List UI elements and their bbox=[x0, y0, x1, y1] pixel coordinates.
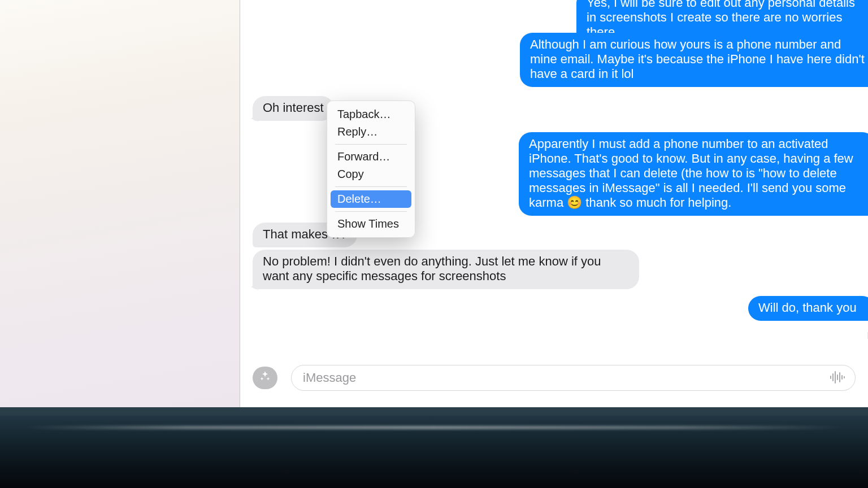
menu-item-delete[interactable]: Delete… bbox=[331, 190, 411, 208]
svg-rect-6 bbox=[844, 376, 845, 378]
message-context-menu: Tapback… Reply… Forward… Copy Delete… Sh… bbox=[327, 101, 415, 238]
svg-rect-0 bbox=[830, 376, 831, 379]
message-text: Oh interest bbox=[263, 101, 324, 115]
message-text: No problem! I didn't even do anything. J… bbox=[263, 254, 601, 283]
menu-item-tapback[interactable]: Tapback… bbox=[331, 106, 411, 123]
message-input-placeholder: iMessage bbox=[303, 371, 356, 385]
dictation-button[interactable] bbox=[828, 369, 845, 388]
menu-separator bbox=[335, 186, 407, 187]
menu-separator bbox=[335, 211, 407, 212]
menu-item-reply[interactable]: Reply… bbox=[331, 123, 411, 141]
message-input[interactable]: iMessage bbox=[291, 365, 856, 391]
dictation-icon bbox=[828, 378, 845, 387]
message-text: Apparently I must add a phone number to … bbox=[529, 137, 853, 210]
message-text: Although I am curious how yours is a pho… bbox=[530, 37, 865, 81]
compose-bar: iMessage bbox=[240, 359, 868, 407]
conversation-scroll[interactable]: Yes, I will be sure to edit out any pers… bbox=[240, 0, 868, 359]
app-store-icon bbox=[259, 370, 271, 386]
menu-item-label: Copy bbox=[337, 168, 364, 181]
messages-sidebar[interactable] bbox=[0, 0, 240, 407]
menu-item-copy[interactable]: Copy bbox=[331, 165, 411, 183]
svg-rect-5 bbox=[841, 375, 843, 380]
menu-item-label: Show Times bbox=[337, 217, 399, 230]
menu-item-label: Reply… bbox=[337, 125, 377, 138]
svg-rect-1 bbox=[832, 373, 834, 381]
conversation-pane: Yes, I will be sure to edit out any pers… bbox=[240, 0, 868, 407]
menu-separator bbox=[335, 144, 407, 145]
menu-item-label: Delete… bbox=[337, 193, 381, 206]
menu-item-label: Forward… bbox=[337, 150, 390, 163]
apps-button[interactable] bbox=[253, 367, 277, 389]
menu-item-forward[interactable]: Forward… bbox=[331, 148, 411, 165]
message-received[interactable]: Oh interest bbox=[253, 96, 334, 121]
svg-rect-2 bbox=[835, 371, 836, 384]
menu-item-label: Tapback… bbox=[337, 108, 391, 121]
dock-area bbox=[0, 416, 868, 488]
message-sent[interactable]: Although I am curious how yours is a pho… bbox=[520, 33, 868, 87]
message-sent[interactable]: Apparently I must add a phone number to … bbox=[519, 132, 868, 216]
message-text: Will do, thank you bbox=[758, 300, 857, 315]
svg-rect-3 bbox=[837, 374, 838, 380]
message-received[interactable]: No problem! I didn't even do anything. J… bbox=[253, 250, 639, 289]
message-sent[interactable]: Will do, thank you bbox=[748, 296, 868, 321]
svg-rect-4 bbox=[839, 372, 840, 382]
menu-item-show-times[interactable]: Show Times bbox=[331, 215, 411, 233]
